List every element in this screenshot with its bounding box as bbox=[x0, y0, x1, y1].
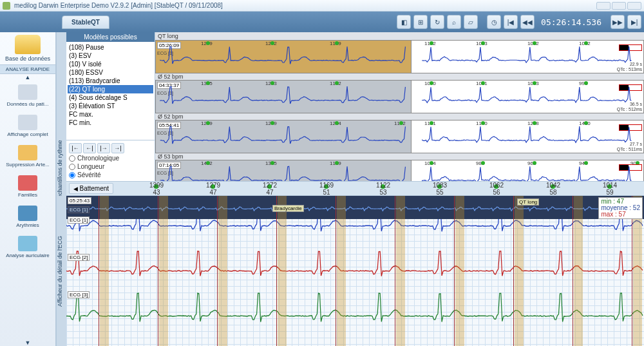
sort-length[interactable]: Longueur bbox=[69, 163, 152, 170]
qtlong-label: QT long bbox=[517, 198, 539, 206]
tool-button[interactable]: ⌕ bbox=[447, 15, 461, 29]
model-item[interactable]: (10) V isolé bbox=[68, 60, 153, 68]
brady-label: Bradycardie bbox=[272, 205, 304, 212]
tool-button[interactable]: ↻ bbox=[430, 15, 444, 29]
overview-time: 05:25:43 bbox=[68, 197, 91, 204]
bpm-label: Ø 52 bpm bbox=[155, 113, 644, 120]
main-toolbar: StableQT ◧ ⊞ ↻ ⌕ ▱ ◷ |◀ ◀◀ 05:26:14.536 … bbox=[0, 12, 644, 32]
sidebar-icon bbox=[18, 206, 37, 221]
next-button[interactable]: |→ bbox=[97, 143, 110, 153]
model-item[interactable]: (108) Pause bbox=[68, 43, 153, 52]
model-item[interactable]: FC max. bbox=[68, 110, 153, 119]
window-controls bbox=[596, 2, 641, 10]
bpm-label: Ø 53 bpm bbox=[155, 153, 644, 160]
model-item[interactable]: (3) Élévation ST bbox=[68, 102, 153, 110]
rewind-button[interactable]: ◀◀ bbox=[520, 15, 535, 29]
lead3-label: ECG [3] bbox=[68, 291, 90, 298]
active-tab[interactable]: StableQT bbox=[62, 15, 109, 29]
ecg-detail[interactable]: 05:26:08 Bradycardie QT long min : 47 mo… bbox=[66, 196, 644, 346]
sidebar-icon bbox=[18, 115, 37, 130]
sidebar-item[interactable]: Familles bbox=[6, 171, 50, 202]
overview-lead: ECG [1] bbox=[68, 206, 90, 213]
model-item[interactable]: (180) ESSV bbox=[68, 68, 153, 77]
models-header: Modèles possibles bbox=[66, 32, 155, 42]
vertical-label-lower: Afficheur du détail de l'ECG bbox=[56, 196, 66, 346]
minimize-button[interactable] bbox=[596, 2, 611, 10]
close-button[interactable] bbox=[627, 2, 641, 10]
sidebar-icon bbox=[18, 236, 37, 251]
model-item[interactable]: FC min. bbox=[68, 119, 153, 127]
model-item[interactable]: (113) Bradycardie bbox=[68, 77, 153, 85]
sidebar-item[interactable]: Affichage complet bbox=[6, 111, 50, 141]
tool-button[interactable]: ▱ bbox=[464, 15, 478, 29]
sidebar-item[interactable]: Données du pati... bbox=[6, 81, 50, 111]
maximize-button[interactable] bbox=[612, 2, 626, 10]
first-button[interactable]: |← bbox=[69, 143, 82, 153]
app-icon bbox=[3, 2, 10, 10]
model-item[interactable]: (22) QT long bbox=[68, 85, 153, 93]
lead1-label: ECG [1] bbox=[68, 216, 90, 224]
tool-button[interactable]: ⊞ bbox=[413, 15, 428, 29]
window-titlebar: medilog Darwin Enterprise Demo V2.9.2 [A… bbox=[0, 0, 644, 12]
lead2-label: ECG [2] bbox=[68, 254, 90, 261]
battement-button[interactable]: ◀ Battement bbox=[69, 183, 113, 194]
model-item[interactable]: (3) ESV bbox=[68, 52, 153, 60]
models-list[interactable]: (108) Pause (3) ESV (10) V isolé (180) E… bbox=[66, 42, 155, 140]
rhythm-strip[interactable]: 05:26:09ECG [1]1279127211691122108310621… bbox=[155, 40, 644, 73]
rhythm-strip[interactable]: 05:54:41ECG [1]1289124912341172113111401… bbox=[155, 120, 644, 153]
skip-start-button[interactable]: |◀ bbox=[504, 15, 518, 29]
skip-end-button[interactable]: ▶| bbox=[627, 15, 641, 29]
tool-button[interactable]: ◧ bbox=[397, 15, 411, 29]
last-button[interactable]: →| bbox=[111, 143, 124, 153]
left-sidebar: Base de données ANALYSE RAPIDE ▲ Données… bbox=[0, 32, 56, 346]
sidebar-item[interactable]: Analyse auriculaire bbox=[6, 232, 50, 262]
sidebar-item[interactable]: Suppression Arte... bbox=[6, 141, 50, 171]
rhythm-strips: QT long 05:26:09ECG [1]12791272116911221… bbox=[155, 32, 644, 181]
playback-time: 05:26:14.536 bbox=[541, 17, 601, 27]
sort-severity[interactable]: Sévérité bbox=[69, 171, 152, 178]
hr-stats: min : 47 moyenne : 52 max : 57 bbox=[598, 197, 643, 219]
strips-header: QT long bbox=[155, 32, 644, 40]
database-label: Base de données bbox=[5, 55, 50, 62]
sidebar-section-header: ANALYSE RAPIDE bbox=[0, 64, 55, 74]
prev-button[interactable]: ←| bbox=[83, 143, 96, 153]
sort-chrono[interactable]: Chronologique bbox=[69, 155, 152, 162]
forward-button[interactable]: ▶▶ bbox=[611, 15, 625, 29]
bpm-label: Ø 52 bpm bbox=[155, 73, 644, 80]
rhythm-strip[interactable]: 07:14:05ECG [1]1422136511391034989962944… bbox=[155, 160, 644, 181]
models-panel: Modèles possibles (108) Pause (3) ESV (1… bbox=[66, 32, 155, 181]
beat-ruler: ◀ Battement 1399431279471272471169511122… bbox=[66, 182, 644, 196]
sidebar-item[interactable]: Arythmies bbox=[6, 202, 50, 232]
overview-strip[interactable]: 05:25:43 ECG [1] bbox=[66, 196, 644, 219]
sidebar-icon bbox=[18, 145, 37, 160]
sidebar-icon bbox=[18, 175, 37, 191]
clock-button[interactable]: ◷ bbox=[487, 15, 501, 29]
rhythm-strip[interactable]: 04:33:37ECG [1]1355123311621070103110139… bbox=[155, 80, 644, 113]
sidebar-icon bbox=[18, 84, 37, 100]
database-icon[interactable] bbox=[15, 35, 41, 54]
window-title: medilog Darwin Enterprise Demo V2.9.2 [A… bbox=[14, 2, 223, 9]
model-item[interactable]: (4) Sous décalage S bbox=[68, 93, 153, 102]
